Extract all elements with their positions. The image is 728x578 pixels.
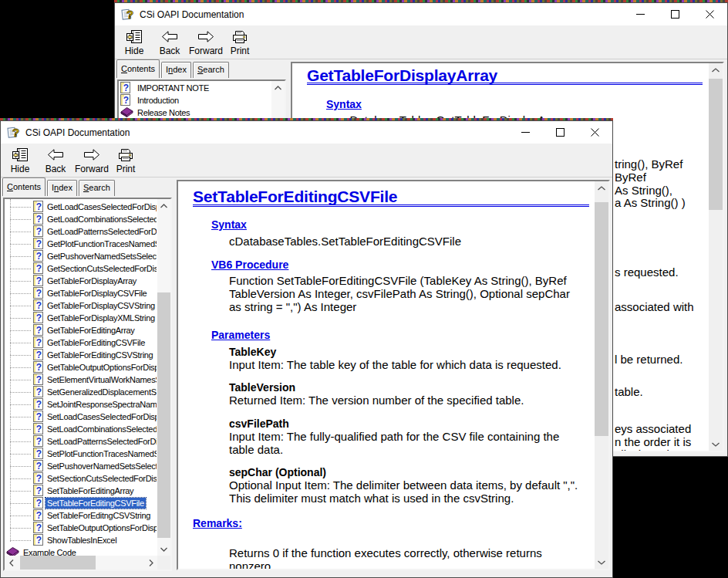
svg-text:?: ? bbox=[36, 535, 42, 546]
tree-vertical-scrollbar[interactable] bbox=[157, 199, 170, 556]
forward-button[interactable]: Forward bbox=[73, 144, 110, 177]
close-button[interactable] bbox=[693, 3, 727, 25]
scroll-up-icon[interactable] bbox=[157, 199, 170, 212]
back-button[interactable]: Back bbox=[38, 144, 73, 177]
tree-item[interactable]: ?SetTableForEditngCSVString bbox=[5, 509, 157, 522]
scroll-left-icon[interactable] bbox=[5, 556, 18, 570]
minimize-button[interactable] bbox=[508, 121, 543, 144]
tree-item[interactable]: ?SetSectionCutsSelectedForDisp bbox=[5, 472, 157, 485]
scroll-down-icon[interactable] bbox=[157, 543, 170, 556]
tree-connector bbox=[10, 540, 31, 541]
scrollbar-thumb[interactable] bbox=[157, 292, 170, 538]
doc-vertical-scrollbar[interactable] bbox=[595, 181, 608, 569]
tree-item[interactable]: ?GetSectionCutsSelectedForDisp bbox=[5, 262, 157, 275]
tree-connector bbox=[10, 466, 31, 467]
tree-item[interactable]: ?SetLoadCombinationsSelectedF bbox=[5, 423, 157, 435]
forward-button[interactable]: Forward bbox=[187, 25, 224, 59]
tree-item-label: GetTableForEditingArray bbox=[46, 325, 136, 336]
scrollbar-thumb[interactable] bbox=[595, 202, 608, 436]
tree-item[interactable]: ?Introduction bbox=[119, 94, 271, 106]
svg-text:?: ? bbox=[36, 498, 42, 509]
tab-index[interactable]: Index bbox=[161, 62, 191, 78]
tree-item-label: GetTableOutputOptionsForDispl bbox=[46, 362, 157, 373]
tree-item[interactable]: ?GetPlotFunctionTracesNamedS bbox=[5, 238, 157, 250]
tree-item[interactable]: ?GetLoadCombinationsSelectedF bbox=[5, 213, 157, 225]
tree-item[interactable]: Release Notes bbox=[119, 106, 271, 119]
doc-section-link[interactable]: Syntax bbox=[211, 218, 247, 231]
tree-item[interactable]: ?SetTableForEditingArray bbox=[5, 485, 157, 497]
scroll-up-icon[interactable] bbox=[595, 181, 608, 194]
scroll-right-icon[interactable] bbox=[144, 556, 157, 570]
doc-section-link[interactable]: Syntax bbox=[326, 98, 362, 110]
back-button[interactable]: Back bbox=[152, 25, 187, 59]
param-name: sepChar (Optional) bbox=[229, 466, 326, 478]
tree-item-label: GetPushoverNamedSetsSelecte bbox=[46, 251, 157, 262]
tree-item[interactable]: ?GetLoadPatternsSelectedForDis bbox=[5, 225, 157, 238]
tree-connector bbox=[10, 528, 31, 529]
scrollbar-thumb[interactable] bbox=[20, 556, 96, 570]
tree-item[interactable]: ?SetTableOutputOptionsForDispl bbox=[5, 522, 157, 534]
tree-item[interactable]: ?GetTableForEditingCSVFile bbox=[5, 336, 157, 349]
tree-item[interactable]: ?SetJointResponseSpectraName bbox=[5, 398, 157, 411]
tree-item[interactable]: ?GetTableForDisplayArray bbox=[5, 275, 157, 287]
tab-contents[interactable]: Contents bbox=[116, 59, 160, 78]
scroll-down-icon[interactable] bbox=[709, 438, 723, 451]
scrollbar-thumb[interactable] bbox=[709, 79, 723, 210]
title-bar[interactable]: ? CSi OAPI Documentation bbox=[115, 3, 727, 25]
tree-item[interactable]: ?ShowTablesInExcel bbox=[5, 534, 157, 546]
tree-item[interactable]: ?IMPORTANT NOTE bbox=[119, 82, 271, 94]
tree-item[interactable]: ?GetLoadCasesSelectedForDispl bbox=[5, 201, 157, 213]
doc-heading: SetTableForEditingCSVFile bbox=[193, 188, 397, 206]
maximize-button[interactable] bbox=[543, 121, 578, 144]
tree-item[interactable]: ?SetLoadPatternsSelectedForDis bbox=[5, 435, 157, 448]
scroll-up-icon[interactable] bbox=[271, 81, 285, 94]
tree-item-label: GetTableForEditingCSVString bbox=[46, 350, 154, 360]
svg-text:?: ? bbox=[36, 399, 42, 410]
clipped-doc-text: s requested. bbox=[615, 265, 679, 279]
maximize-button[interactable] bbox=[658, 3, 693, 25]
hide-button[interactable]: Hide bbox=[2, 144, 38, 177]
doc-section-link[interactable]: Parameters bbox=[211, 329, 270, 341]
tree-item[interactable]: ?GetTableForDisplayCSVString bbox=[5, 299, 157, 312]
doc-text: Returned Item: The version number of the… bbox=[229, 394, 524, 407]
tab-contents[interactable]: Contents bbox=[2, 177, 46, 196]
print-button[interactable]: Print bbox=[110, 144, 141, 177]
tree-item-label: SetTableOutputOptionsForDispl bbox=[46, 522, 157, 533]
tree-item[interactable]: ?GetTableForEditingCSVString bbox=[5, 349, 157, 361]
tree-connector bbox=[10, 306, 31, 306]
tree-item[interactable]: ?GetTableForDisplayXMLString bbox=[5, 312, 157, 324]
tab-search[interactable]: Search bbox=[79, 180, 115, 196]
svg-text:?: ? bbox=[36, 288, 42, 299]
doc-vertical-scrollbar[interactable] bbox=[709, 63, 723, 451]
back-arrow-icon bbox=[161, 29, 178, 45]
tree-item[interactable]: ?SetGeneralizedDisplacementSe bbox=[5, 386, 157, 398]
close-button[interactable] bbox=[578, 121, 612, 144]
svg-text:?: ? bbox=[36, 300, 42, 311]
tab-bar: Contents Index Search bbox=[2, 177, 116, 196]
tab-index[interactable]: Index bbox=[47, 180, 77, 196]
tree-item[interactable]: ?GetTableForEditingArray bbox=[5, 324, 157, 336]
minimize-button[interactable] bbox=[623, 3, 658, 25]
tree-item[interactable]: ?SetElementVirtualWorkNamesS bbox=[5, 374, 157, 386]
tree-item[interactable]: ?SetPushoverNamedSetsSelecte bbox=[5, 460, 157, 472]
title-bar[interactable]: ? CSi OAPI Documentation bbox=[1, 121, 612, 144]
print-button[interactable]: Print bbox=[224, 25, 255, 59]
hide-button[interactable]: Hide bbox=[116, 25, 152, 59]
tree-item[interactable]: ?SetTableForEditingCSVFile bbox=[5, 497, 157, 509]
doc-section-link[interactable]: Remarks: bbox=[193, 517, 242, 529]
heading-rule bbox=[193, 204, 589, 207]
scroll-down-icon[interactable] bbox=[595, 556, 608, 569]
tree-item[interactable]: ?GetTableForDisplayCSVFile bbox=[5, 287, 157, 299]
tree-item-label: SetPushoverNamedSetsSelecte bbox=[46, 461, 157, 472]
tab-search[interactable]: Search bbox=[193, 62, 229, 78]
tree-item[interactable]: ?SetLoadCasesSelectedForDispl bbox=[5, 411, 157, 423]
scroll-up-icon[interactable] bbox=[709, 63, 723, 76]
svg-text:?: ? bbox=[36, 337, 42, 348]
tree-item[interactable]: ?SetPlotFunctionTracesNamedS bbox=[5, 448, 157, 460]
tree-item-label: GetTableForDisplayCSVString bbox=[46, 300, 157, 311]
tree-horizontal-scrollbar[interactable] bbox=[5, 556, 157, 570]
help-app-icon: ? bbox=[7, 126, 21, 139]
tree-item[interactable]: ?GetTableOutputOptionsForDispl bbox=[5, 361, 157, 374]
doc-section-link[interactable]: VB6 Procedure bbox=[211, 259, 288, 271]
tree-item[interactable]: ?GetPushoverNamedSetsSelecte bbox=[5, 250, 157, 262]
